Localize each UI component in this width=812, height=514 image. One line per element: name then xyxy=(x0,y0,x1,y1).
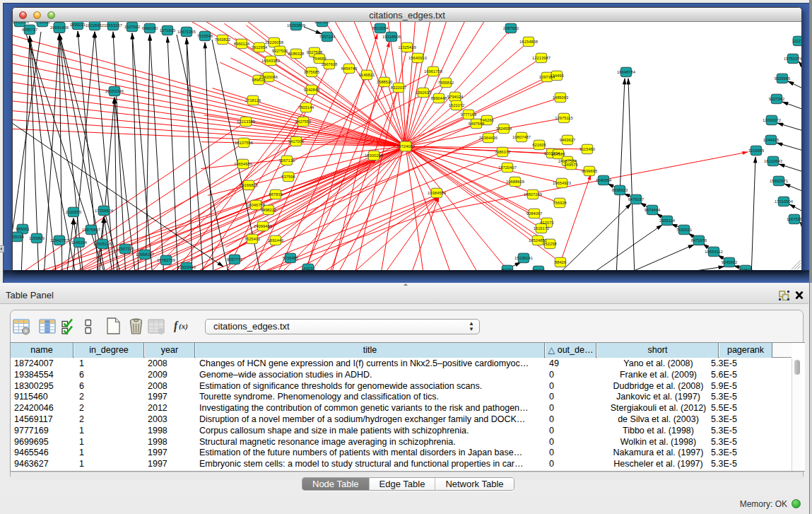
svg-text:9146821: 9146821 xyxy=(359,73,375,77)
svg-text:15136141: 15136141 xyxy=(514,256,533,260)
svg-text:8454749: 8454749 xyxy=(341,66,358,71)
svg-text:10228452: 10228452 xyxy=(86,23,104,28)
svg-text:10688609: 10688609 xyxy=(506,180,524,184)
svg-text:7803144: 7803144 xyxy=(298,105,314,110)
svg-text:17957225: 17957225 xyxy=(116,247,134,251)
svg-text:9417006: 9417006 xyxy=(288,139,305,144)
svg-text:77120: 77120 xyxy=(533,269,544,270)
svg-text:16046758: 16046758 xyxy=(247,203,265,207)
svg-text:10671355: 10671355 xyxy=(177,30,196,34)
svg-text:15692971: 15692971 xyxy=(770,179,788,183)
svg-text:16053809: 16053809 xyxy=(287,23,305,28)
svg-text:939154: 939154 xyxy=(13,235,24,239)
svg-text:7357224: 7357224 xyxy=(319,35,336,39)
svg-text:23226058: 23226058 xyxy=(265,40,283,45)
svg-text:(x): (x) xyxy=(179,322,188,331)
svg-text:9427552: 9427552 xyxy=(295,119,312,124)
svg-text:2718126: 2718126 xyxy=(245,98,261,103)
svg-text:4735650: 4735650 xyxy=(35,22,51,24)
svg-text:612072: 612072 xyxy=(540,221,553,225)
svg-text:3875685: 3875685 xyxy=(304,70,320,74)
svg-text:143210: 143210 xyxy=(301,267,314,270)
svg-text:9777169: 9777169 xyxy=(461,112,477,117)
svg-text:1615172: 1615172 xyxy=(534,226,550,230)
svg-text:16543382: 16543382 xyxy=(261,59,280,63)
svg-text:746266: 746266 xyxy=(480,118,493,122)
svg-text:10654112: 10654112 xyxy=(705,250,722,254)
svg-text:8938923: 8938923 xyxy=(612,188,628,192)
svg-text:2967608: 2967608 xyxy=(322,62,338,66)
svg-text:9217207: 9217207 xyxy=(314,22,331,24)
svg-text:9794024: 9794024 xyxy=(447,95,464,99)
svg-text:24099489: 24099489 xyxy=(254,224,272,228)
svg-text:8471676: 8471676 xyxy=(691,238,707,243)
svg-text:12505135: 12505135 xyxy=(93,242,112,246)
svg-text:1640954: 1640954 xyxy=(596,178,612,182)
svg-text:20053346: 20053346 xyxy=(105,89,124,93)
svg-text:989616: 989616 xyxy=(252,78,265,82)
svg-text:9498222: 9498222 xyxy=(261,208,277,212)
svg-text:19166825: 19166825 xyxy=(240,183,258,187)
svg-text:18107556: 18107556 xyxy=(235,141,253,145)
svg-text:22455603: 22455603 xyxy=(13,22,29,24)
svg-text:8322037: 8322037 xyxy=(391,86,407,90)
svg-text:756928: 756928 xyxy=(553,201,566,205)
svg-text:84231: 84231 xyxy=(502,268,513,270)
svg-text:9327506: 9327506 xyxy=(272,49,288,53)
svg-text:1691446: 1691446 xyxy=(268,238,284,243)
svg-text:88426: 88426 xyxy=(555,260,566,264)
svg-text:887833: 887833 xyxy=(269,192,282,197)
svg-text:10653267: 10653267 xyxy=(104,23,122,28)
svg-text:7625402: 7625402 xyxy=(245,237,261,241)
svg-text:621605: 621605 xyxy=(532,143,546,147)
svg-text:1621072: 1621072 xyxy=(449,103,465,107)
svg-text:10807487: 10807487 xyxy=(512,135,531,139)
svg-text:8990448: 8990448 xyxy=(431,96,447,100)
svg-text:19384554: 19384554 xyxy=(428,191,447,195)
svg-text:12213987: 12213987 xyxy=(532,56,551,60)
svg-text:1145194: 1145194 xyxy=(71,240,88,245)
svg-text:8960124: 8960124 xyxy=(234,42,250,46)
svg-text:754682: 754682 xyxy=(312,57,326,61)
svg-text:4055717: 4055717 xyxy=(22,28,38,32)
svg-text:9474444: 9474444 xyxy=(645,208,661,212)
svg-text:3824554: 3824554 xyxy=(496,127,512,131)
svg-text:924512: 924512 xyxy=(739,268,752,270)
svg-text:16961758: 16961758 xyxy=(424,69,442,74)
svg-text:254588: 254588 xyxy=(551,152,565,156)
svg-text:1156829: 1156829 xyxy=(29,236,45,240)
svg-text:15751074: 15751074 xyxy=(784,57,801,61)
svg-text:1588520: 1588520 xyxy=(377,80,393,84)
svg-text:2935114: 2935114 xyxy=(659,218,676,223)
svg-text:17359924: 17359924 xyxy=(95,209,114,213)
svg-text:16782759: 16782759 xyxy=(157,258,175,262)
svg-text:1527602: 1527602 xyxy=(124,25,141,29)
svg-text:9115460: 9115460 xyxy=(579,147,595,151)
svg-text:12213389: 12213389 xyxy=(237,119,255,124)
svg-text:16154808: 16154808 xyxy=(519,40,538,44)
svg-text:12093372: 12093372 xyxy=(763,118,781,122)
svg-text:252258: 252258 xyxy=(543,242,556,246)
svg-text:9699695: 9699695 xyxy=(582,169,598,173)
svg-text:18807249: 18807249 xyxy=(524,192,542,197)
svg-text:12923446: 12923446 xyxy=(177,265,196,269)
svg-text:1485063: 1485063 xyxy=(553,95,569,100)
svg-text:19218506: 19218506 xyxy=(382,35,401,39)
svg-text:18724007: 18724007 xyxy=(396,144,415,148)
svg-text:9245652: 9245652 xyxy=(722,260,738,264)
svg-text:16210643: 16210643 xyxy=(764,159,782,163)
svg-text:3267130: 3267130 xyxy=(279,158,295,163)
svg-text:12975115: 12975115 xyxy=(555,116,572,120)
svg-text:9242848: 9242848 xyxy=(304,88,320,92)
svg-text:12942757: 12942757 xyxy=(50,238,69,243)
svg-text:1167539: 1167539 xyxy=(787,217,801,221)
svg-text:1244415: 1244415 xyxy=(763,138,779,142)
svg-text:19975867: 19975867 xyxy=(82,228,100,232)
svg-text:11325419: 11325419 xyxy=(398,45,416,49)
svg-text:1071915: 1071915 xyxy=(160,28,176,33)
svg-text:7663822: 7663822 xyxy=(215,37,231,42)
svg-text:7986372: 7986372 xyxy=(495,150,511,154)
svg-text:9329966: 9329966 xyxy=(775,76,791,81)
svg-text:8813054: 8813054 xyxy=(372,26,389,30)
svg-text:7955812: 7955812 xyxy=(438,81,454,85)
